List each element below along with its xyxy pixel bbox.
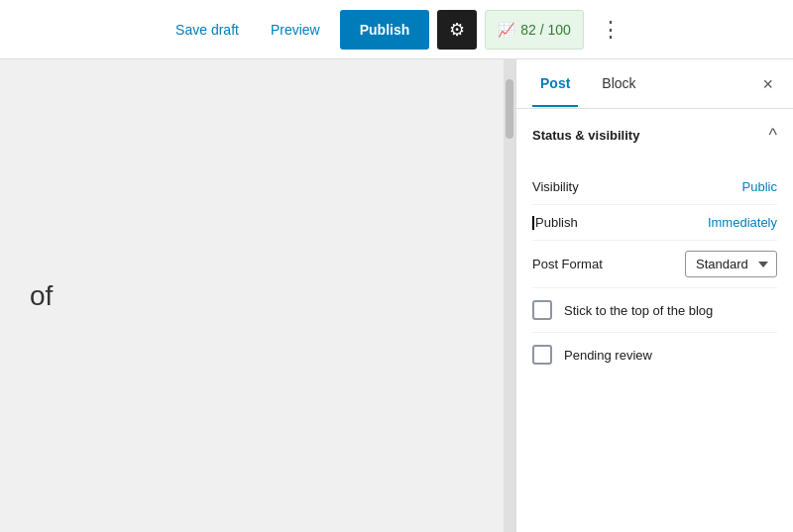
seo-score-icon: 📈: [498, 22, 514, 38]
save-draft-button[interactable]: Save draft: [164, 16, 251, 44]
post-format-row: Post Format Standard Aside Image Video Q…: [532, 241, 777, 288]
toolbar-center: Save draft Preview Publish ⚙ 📈 82 / 100 …: [164, 10, 629, 50]
main-area: of Post Block × Status & visibility ^ Vi…: [0, 59, 793, 532]
seo-score-value: 82 / 100: [520, 22, 571, 38]
right-panel: Post Block × Status & visibility ^ Visib…: [515, 59, 793, 532]
chevron-up-icon: ^: [769, 125, 777, 146]
publish-label: Publish: [532, 215, 578, 230]
gear-icon: ⚙: [449, 19, 465, 41]
editor-area: of: [0, 59, 504, 532]
status-visibility-section-header[interactable]: Status & visibility ^: [516, 109, 793, 161]
status-visibility-content: Visibility Public Publish Immediately Po…: [516, 161, 793, 392]
panel-close-button[interactable]: ×: [758, 71, 777, 97]
settings-button[interactable]: ⚙: [437, 10, 477, 50]
pending-review-label: Pending review: [564, 348, 652, 363]
pending-review-row: Pending review: [532, 333, 777, 376]
publish-row: Publish Immediately: [532, 205, 777, 241]
seo-score-badge[interactable]: 📈 82 / 100: [485, 10, 584, 50]
stick-to-top-row: Stick to the top of the blog: [532, 288, 777, 333]
stick-to-top-label: Stick to the top of the blog: [564, 303, 713, 318]
section-title: Status & visibility: [532, 128, 639, 143]
visibility-label: Visibility: [532, 179, 579, 194]
post-format-select[interactable]: Standard Aside Image Video Quote Link: [685, 251, 777, 277]
text-cursor: [532, 216, 534, 230]
panel-tabs: Post Block ×: [516, 59, 793, 109]
visibility-row: Visibility Public: [532, 169, 777, 205]
pending-review-checkbox[interactable]: [532, 345, 552, 365]
publish-value[interactable]: Immediately: [708, 215, 777, 230]
ellipsis-icon: ⋮: [600, 17, 622, 42]
scrollbar-thumb[interactable]: [506, 79, 513, 139]
preview-button[interactable]: Preview: [259, 16, 332, 44]
tab-block[interactable]: Block: [594, 61, 643, 107]
editor-content: of: [30, 280, 53, 312]
post-format-label: Post Format: [532, 257, 603, 271]
more-options-button[interactable]: ⋮: [592, 15, 629, 45]
publish-button[interactable]: Publish: [340, 10, 430, 50]
scrollbar-track[interactable]: [504, 59, 515, 532]
visibility-value[interactable]: Public: [742, 179, 777, 194]
stick-to-top-checkbox[interactable]: [532, 300, 552, 320]
tab-post[interactable]: Post: [532, 61, 578, 107]
toolbar: Save draft Preview Publish ⚙ 📈 82 / 100 …: [0, 0, 793, 59]
